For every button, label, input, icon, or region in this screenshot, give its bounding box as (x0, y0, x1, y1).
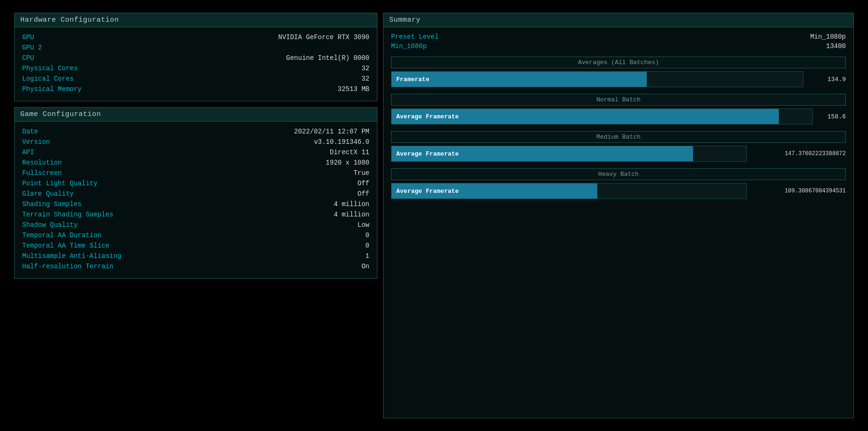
normal-bar-fill: Average Framerate (392, 109, 779, 124)
preset-level-value: Min_1080p (810, 33, 846, 41)
game-label-taa-duration: Temporal AA Duration (22, 232, 117, 239)
game-row-date: Date 2022/02/11 12:07 PM (22, 126, 369, 137)
game-value-taa-slice: 0 (366, 242, 369, 249)
medium-batch-section: Medium Batch Average Framerate 147.37602… (391, 131, 846, 162)
summary-header: Summary (384, 13, 853, 27)
game-header: Game Configuration (15, 108, 377, 122)
summary-section: Summary Preset Level Min_1080p Min_1080p… (383, 13, 854, 418)
game-row-version: Version v3.10.191346.0 (22, 137, 369, 147)
game-row-fullscreen: Fullscreen True (22, 168, 369, 178)
game-value-msaa: 1 (366, 252, 369, 260)
game-row-taa-slice: Temporal AA Time Slice 0 (22, 240, 369, 251)
normal-batch-section: Normal Batch Average Framerate 158.6 (391, 94, 846, 124)
hw-row-cpu: CPU Genuine Intel(R) 0000 (22, 53, 369, 63)
game-row-glare: Glare Quality Off (22, 189, 369, 199)
game-value-point-light: Off (358, 180, 369, 187)
game-label-shading: Shading Samples (22, 200, 117, 208)
game-label-version: Version (22, 138, 117, 146)
hw-value-gpu: NVIDIA GeForce RTX 3090 (278, 33, 369, 41)
game-row-halfres: Half-resolution Terrain On (22, 261, 369, 272)
hw-value-logical-cores: 32 (361, 75, 369, 83)
game-body: Date 2022/02/11 12:07 PM Version v3.10.1… (15, 122, 377, 278)
hw-label-cpu: CPU (22, 54, 117, 62)
hw-row-logical-cores: Logical Cores 32 (22, 74, 369, 84)
medium-bar-row: Average Framerate 147.37602223388672 (391, 146, 846, 162)
preset-score-value: 13400 (826, 42, 846, 50)
all-batches-section: Averages (All Batches) Framerate 134.9 (391, 57, 846, 87)
game-label-fullscreen: Fullscreen (22, 169, 117, 177)
medium-batch-label: Medium Batch (391, 131, 846, 143)
game-row-point-light: Point Light Quality Off (22, 178, 369, 189)
game-value-terrain-shading: 4 million (334, 211, 369, 218)
framerate-bar-row: Framerate 134.9 (391, 71, 846, 87)
game-value-date: 2022/02/11 12:07 PM (294, 128, 369, 135)
hw-value-cpu: Genuine Intel(R) 0000 (286, 54, 369, 62)
all-batches-label: Averages (All Batches) (391, 57, 846, 68)
heavy-bar-value: 109.30867004394531 (751, 188, 846, 194)
hw-label-logical-cores: Logical Cores (22, 75, 117, 83)
heavy-bar-container: Average Framerate (391, 183, 747, 199)
game-row-taa-duration: Temporal AA Duration 0 (22, 230, 369, 240)
right-panel: Summary Preset Level Min_1080p Min_1080p… (383, 13, 854, 418)
game-label-shadow: Shadow Quality (22, 221, 117, 229)
game-label-point-light: Point Light Quality (22, 180, 117, 187)
game-row-terrain-shading: Terrain Shading Samples 4 million (22, 209, 369, 220)
preset-level-row: Preset Level Min_1080p (391, 33, 846, 41)
medium-bar-container: Average Framerate (391, 146, 747, 162)
preset-level-label: Preset Level (391, 33, 439, 41)
main-container: Hardware Configuration GPU NVIDIA GeForc… (9, 8, 859, 423)
left-panel: Hardware Configuration GPU NVIDIA GeForc… (14, 13, 377, 418)
game-value-shading: 4 million (334, 200, 369, 208)
game-label-terrain-shading: Terrain Shading Samples (22, 211, 117, 218)
game-value-resolution: 1920 x 1080 (326, 159, 369, 166)
heavy-batch-label: Heavy Batch (391, 168, 846, 180)
game-row-api: API DirectX 11 (22, 147, 369, 157)
game-value-taa-duration: 0 (366, 232, 369, 239)
game-label-msaa: Multisample Anti-Aliasing (22, 252, 121, 260)
normal-bar-container: Average Framerate (391, 108, 813, 124)
medium-bar-value: 147.37602223388672 (751, 150, 846, 157)
game-label-taa-slice: Temporal AA Time Slice (22, 242, 117, 249)
game-value-fullscreen: True (353, 169, 369, 177)
framerate-bar-container: Framerate (391, 71, 803, 87)
heavy-bar-fill: Average Framerate (392, 183, 597, 199)
normal-bar-value: 158.6 (818, 113, 846, 120)
framerate-bar-value: 134.9 (808, 76, 846, 83)
hw-label-gpu2: GPU 2 (22, 44, 117, 51)
game-row-resolution: Resolution 1920 x 1080 (22, 157, 369, 168)
heavy-bar-label: Average Framerate (396, 188, 459, 195)
game-row-msaa: Multisample Anti-Aliasing 1 (22, 251, 369, 261)
normal-batch-label: Normal Batch (391, 94, 846, 106)
preset-score-row: Min_1080p 13400 (391, 42, 846, 50)
hw-label-physical-memory: Physical Memory (22, 85, 117, 93)
framerate-bar-label: Framerate (396, 76, 429, 83)
normal-bar-label: Average Framerate (396, 113, 459, 120)
preset-score-label: Min_1080p (391, 42, 427, 50)
hardware-header: Hardware Configuration (15, 13, 377, 27)
hw-value-physical-cores: 32 (361, 65, 369, 72)
game-label-halfres: Half-resolution Terrain (22, 263, 117, 270)
hardware-section: Hardware Configuration GPU NVIDIA GeForc… (14, 13, 377, 101)
game-row-shadow: Shadow Quality Low (22, 220, 369, 230)
hw-label-physical-cores: Physical Cores (22, 65, 117, 72)
hw-label-gpu: GPU (22, 33, 117, 41)
normal-bar-row: Average Framerate 158.6 (391, 108, 846, 124)
game-value-version: v3.10.191346.0 (314, 138, 369, 146)
hw-row-physical-cores: Physical Cores 32 (22, 63, 369, 74)
hw-row-gpu: GPU NVIDIA GeForce RTX 3090 (22, 32, 369, 42)
game-value-shadow: Low (358, 221, 369, 229)
game-label-resolution: Resolution (22, 159, 117, 166)
heavy-bar-row: Average Framerate 109.30867004394531 (391, 183, 846, 199)
hw-row-physical-memory: Physical Memory 32513 MB (22, 84, 369, 94)
game-label-glare: Glare Quality (22, 190, 117, 198)
heavy-batch-section: Heavy Batch Average Framerate 109.308670… (391, 168, 846, 199)
medium-bar-fill: Average Framerate (392, 146, 693, 161)
hw-value-physical-memory: 32513 MB (338, 85, 369, 93)
medium-bar-label: Average Framerate (396, 150, 459, 157)
game-section: Game Configuration Date 2022/02/11 12:07… (14, 107, 377, 279)
hw-row-gpu2: GPU 2 (22, 42, 369, 53)
game-label-date: Date (22, 128, 117, 135)
summary-body: Preset Level Min_1080p Min_1080p 13400 A… (384, 27, 853, 418)
hardware-body: GPU NVIDIA GeForce RTX 3090 GPU 2 CPU Ge… (15, 27, 377, 101)
game-label-api: API (22, 149, 117, 156)
